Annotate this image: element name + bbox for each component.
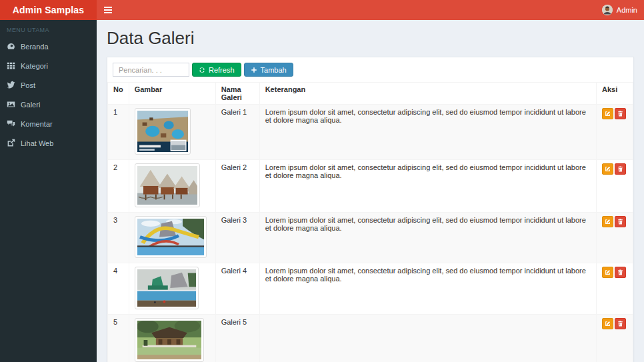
table-row: 1 (108, 105, 633, 160)
edit-icon (605, 111, 611, 117)
tambah-button-label: Tambah (261, 66, 287, 74)
sidebar-toggle-button[interactable] (97, 0, 119, 20)
user-avatar (602, 5, 613, 15)
trash-icon (617, 269, 623, 275)
gallery-thumbnail (135, 163, 200, 207)
content-area: Data Galeri Refresh Tambah No (97, 20, 644, 362)
edit-icon (605, 166, 611, 172)
pavilion-lawn-image (137, 321, 201, 359)
stilt-cottages-image (137, 166, 197, 205)
dashboard-icon (7, 42, 15, 51)
row-number: 1 (108, 105, 129, 160)
trash-icon (617, 219, 623, 225)
sidebar-item-post[interactable]: Post (0, 75, 97, 95)
column-header-aksi: Aksi (597, 83, 633, 105)
sidebar-item-lihat-web[interactable]: Lihat Web (0, 133, 97, 153)
gallery-thumbnail (135, 216, 207, 258)
gallery-description: Lorem ipsum dolor sit amet, consectetur … (259, 160, 596, 213)
brand-logo[interactable]: Admin Samplas (0, 0, 97, 20)
gallery-thumbnail (135, 108, 191, 155)
sidebar-item-label: Lihat Web (21, 139, 53, 147)
edit-icon (605, 321, 611, 327)
gallery-description (259, 315, 596, 362)
sidebar-item-label: Beranda (21, 43, 49, 51)
page-title: Data Galeri (107, 28, 634, 49)
pool-rocks-image (137, 269, 196, 307)
edit-icon (605, 269, 611, 275)
edit-button[interactable] (602, 318, 613, 329)
sidebar-item-label: Galeri (21, 101, 40, 109)
sidebar-item-komentar[interactable]: Komentar (0, 114, 97, 133)
water-slides-image (137, 219, 204, 255)
external-link-icon (7, 139, 15, 147)
gallery-name: Galeri 2 (215, 160, 259, 213)
refresh-button-label: Refresh (209, 66, 235, 74)
gallery-description: Lorem ipsum dolor sit amet, consectetur … (259, 213, 596, 263)
table-row: 5 (108, 315, 633, 362)
delete-button[interactable] (615, 216, 626, 227)
trash-icon (617, 166, 623, 172)
toolbar: Refresh Tambah (107, 57, 633, 82)
tambah-button[interactable]: Tambah (244, 63, 293, 77)
sidebar: MENU UTAMA Beranda Kategori Post Galeri … (0, 20, 97, 362)
delete-button[interactable] (615, 163, 626, 175)
sidebar-item-galeri[interactable]: Galeri (0, 95, 97, 114)
table-row: 4 (108, 263, 633, 315)
edit-icon (605, 219, 611, 225)
refresh-button[interactable]: Refresh (192, 63, 241, 77)
column-header-no: No (108, 83, 129, 105)
grid-icon (7, 61, 15, 70)
row-number: 5 (108, 315, 129, 362)
gallery-name: Galeri 1 (215, 105, 259, 160)
gallery-table: No Gambar Nama Galeri Keterangan Aksi 1 (107, 82, 633, 362)
gallery-name: Galeri 4 (215, 263, 259, 315)
trash-icon (617, 321, 623, 327)
edit-button[interactable] (602, 108, 613, 119)
top-navbar: Admin Samplas Admin (0, 0, 644, 20)
sidebar-item-label: Kategori (21, 62, 48, 70)
avatar-icon (602, 5, 613, 15)
table-row: 2 (108, 160, 633, 213)
column-header-keterangan: Keterangan (259, 83, 596, 105)
image-icon (7, 100, 15, 109)
edit-button[interactable] (602, 267, 613, 278)
edit-button[interactable] (602, 163, 613, 175)
delete-button[interactable] (615, 318, 626, 329)
gallery-thumbnail (135, 318, 204, 362)
plus-icon (251, 67, 257, 73)
waterpark-aerial-image (137, 111, 188, 152)
edit-button[interactable] (602, 216, 613, 227)
refresh-icon (199, 67, 205, 73)
comments-icon (7, 119, 15, 128)
sidebar-section-label: MENU UTAMA (0, 20, 97, 37)
sidebar-item-beranda[interactable]: Beranda (0, 37, 97, 56)
row-number: 4 (108, 263, 129, 315)
twitter-icon (7, 81, 15, 89)
gallery-box: Refresh Tambah No Gambar Nama Galeri Ket… (107, 57, 634, 362)
user-name-label: Admin (617, 6, 637, 14)
column-header-gambar: Gambar (129, 83, 215, 105)
delete-button[interactable] (615, 108, 626, 119)
column-header-nama-galeri: Nama Galeri (215, 83, 259, 105)
user-menu[interactable]: Admin (602, 5, 644, 15)
gallery-name: Galeri 3 (215, 213, 259, 263)
table-row: 3 (108, 213, 633, 263)
trash-icon (617, 111, 623, 117)
sidebar-item-kategori[interactable]: Kategori (0, 56, 97, 75)
sidebar-item-label: Post (21, 81, 35, 89)
navbar-main: Admin (97, 0, 644, 20)
sidebar-item-label: Komentar (21, 120, 53, 128)
delete-button[interactable] (615, 267, 626, 278)
gallery-thumbnail (135, 267, 199, 309)
hamburger-icon (104, 7, 112, 8)
table-header-row: No Gambar Nama Galeri Keterangan Aksi (108, 83, 633, 105)
gallery-description: Lorem ipsum dolor sit amet, consectetur … (259, 105, 596, 160)
search-input[interactable] (113, 63, 189, 77)
gallery-description: Lorem ipsum dolor sit amet, consectetur … (259, 263, 596, 315)
row-number: 2 (108, 160, 129, 213)
gallery-name: Galeri 5 (215, 315, 259, 362)
row-number: 3 (108, 213, 129, 263)
